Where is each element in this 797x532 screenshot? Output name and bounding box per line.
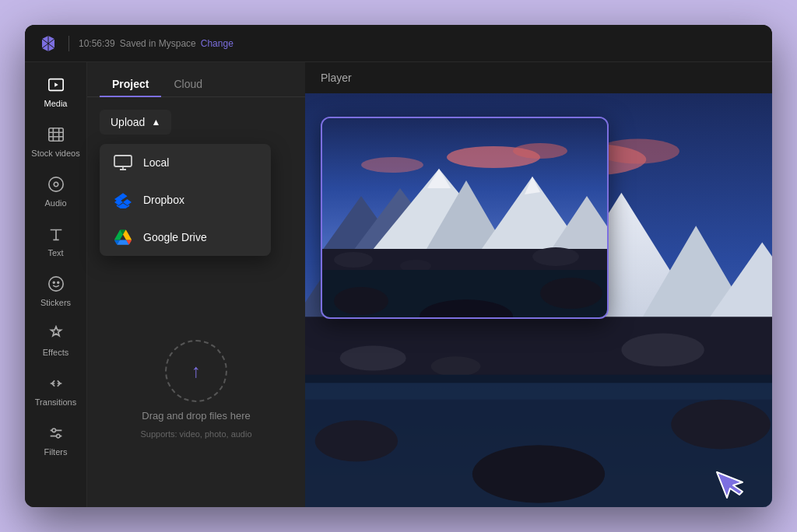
svg-point-20: [596, 139, 679, 164]
google-drive-icon: [112, 229, 134, 245]
app-window: 10:56:39 Saved in Myspace Change Media: [25, 25, 772, 507]
sidebar-item-effects[interactable]: Effects: [30, 317, 83, 364]
svg-point-7: [54, 182, 58, 187]
dropbox-icon: [112, 192, 134, 208]
svg-point-35: [315, 420, 398, 461]
player-title: Player: [321, 72, 352, 84]
transitions-icon: [47, 375, 65, 394]
chevron-up-icon: ▲: [151, 117, 160, 128]
header: 10:56:39 Saved in Myspace Change: [25, 25, 772, 62]
svg-rect-17: [114, 156, 132, 166]
svg-point-10: [57, 282, 58, 283]
sidebar-item-stickers[interactable]: Stickers: [30, 268, 83, 314]
svg-point-41: [361, 157, 423, 173]
svg-point-9: [53, 282, 54, 283]
dropdown-item-google-drive[interactable]: Google Drive: [100, 219, 271, 256]
svg-point-12: [56, 434, 60, 438]
player-header: Player: [305, 62, 772, 93]
sidebar-label-media: Media: [44, 99, 68, 108]
filters-icon: [47, 425, 65, 444]
player-content: [305, 93, 772, 507]
svg-point-37: [472, 445, 605, 502]
tab-project[interactable]: Project: [100, 72, 161, 96]
audio-icon: [47, 176, 65, 195]
svg-point-40: [513, 143, 567, 159]
panel-body: Upload ▲ Local: [87, 97, 305, 507]
sidebar-label-audio: Audio: [44, 198, 66, 208]
svg-point-55: [334, 287, 388, 315]
preview-image: [322, 118, 609, 319]
svg-point-11: [51, 429, 55, 432]
sidebar-label-text: Text: [47, 248, 63, 257]
svg-point-56: [540, 278, 602, 309]
sidebar-item-filters[interactable]: Filters: [30, 417, 83, 464]
monitor-icon: [112, 155, 134, 170]
dropdown-item-dropbox[interactable]: Dropbox: [100, 181, 271, 219]
sidebar: Media Stock videos: [25, 62, 87, 507]
player-area: Player: [305, 62, 772, 507]
main-content: Media Stock videos: [25, 62, 772, 507]
effects-icon: [47, 325, 65, 345]
header-time: 10:56:39: [79, 38, 115, 49]
tab-cloud[interactable]: Cloud: [161, 72, 215, 96]
stock-videos-icon: [47, 126, 65, 145]
stickers-icon: [47, 275, 65, 295]
dropdown-item-local[interactable]: Local: [100, 144, 271, 181]
svg-point-51: [334, 252, 373, 268]
upload-label: Upload: [111, 116, 145, 128]
svg-point-36: [671, 400, 771, 450]
google-drive-label: Google Drive: [143, 231, 207, 243]
sidebar-label-stickers: Stickers: [40, 298, 71, 307]
sidebar-item-media[interactable]: Media: [30, 68, 83, 115]
drop-zone-circle: ↑: [165, 340, 227, 402]
logo: [37, 33, 59, 54]
header-change-link[interactable]: Change: [201, 38, 233, 49]
sidebar-label-effects: Effects: [43, 348, 68, 357]
sidebar-item-audio[interactable]: Audio: [30, 168, 83, 215]
svg-rect-1: [48, 128, 62, 141]
panel: Project Cloud Upload ▲: [87, 62, 305, 507]
upload-arrow-icon: ↑: [191, 360, 201, 382]
svg-point-53: [532, 247, 579, 266]
sidebar-label-filters: Filters: [44, 447, 68, 457]
upload-button[interactable]: Upload ▲: [100, 110, 171, 135]
drop-zone-text: Drag and drop files here: [142, 410, 250, 422]
media-icon: [47, 76, 65, 96]
sidebar-item-transitions[interactable]: Transitions: [30, 367, 83, 414]
sidebar-label-transitions: Transitions: [35, 397, 76, 407]
dropbox-label: Dropbox: [143, 194, 184, 206]
svg-rect-34: [305, 383, 772, 399]
sidebar-item-text[interactable]: Text: [30, 218, 83, 264]
preview-card: [321, 117, 609, 319]
text-icon: [47, 226, 65, 245]
upload-dropdown: Local Dropbox: [100, 144, 271, 256]
header-divider: [68, 36, 69, 51]
drop-zone-subtext: Supports: video, photo, audio: [140, 429, 251, 439]
sidebar-item-stock-videos[interactable]: Stock videos: [30, 118, 83, 165]
header-saved: Saved in Myspace: [120, 38, 196, 49]
cursor-svg: [710, 468, 747, 506]
svg-point-8: [48, 276, 62, 290]
svg-point-31: [431, 356, 481, 376]
svg-point-32: [621, 334, 704, 367]
drop-zone: ↑ Drag and drop files here Supports: vid…: [100, 284, 293, 495]
svg-point-6: [48, 177, 62, 191]
panel-tabs: Project Cloud: [87, 62, 305, 97]
local-label: Local: [143, 156, 169, 169]
svg-point-30: [340, 346, 406, 371]
header-status: 10:56:39 Saved in Myspace Change: [79, 38, 233, 49]
sidebar-label-stock: Stock videos: [31, 149, 79, 158]
